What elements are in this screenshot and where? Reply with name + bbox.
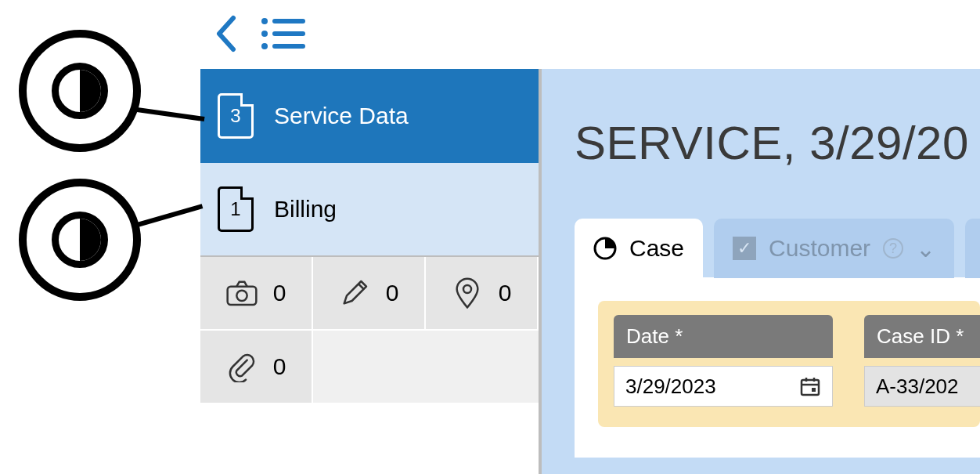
main-content: SERVICE, 3/29/20 Case ✓ Customer ? ⌄ Dat… [540,69,980,474]
pie-icon [593,237,617,260]
pencil-icon [339,277,370,309]
svg-rect-3 [272,31,305,36]
field-date: Date * 3/29/2023 [614,315,833,407]
date-input[interactable]: 3/29/2023 [614,366,833,407]
counter-location[interactable]: 0 [426,257,539,331]
paperclip-icon [226,351,258,382]
tab-case[interactable]: Case [575,219,703,278]
tab-label: Customer [769,235,870,262]
sidebar: 3 Service Data 1 Billing 0 0 0 0 [200,69,540,474]
title-prefix: SERVICE, [575,117,809,169]
page-title: SERVICE, 3/29/20 [575,116,980,170]
date-value: 3/29/2023 [625,374,716,399]
chevron-down-icon: ⌄ [916,235,935,262]
help-icon: ? [883,238,903,259]
counter-grid: 0 0 0 0 [200,257,539,404]
case-id-value: A-33/202 [876,374,959,399]
sidebar-item-label: Billing [274,196,337,223]
field-label: Case ID * [864,315,980,358]
counter-attachment[interactable]: 0 [200,331,313,404]
annotation-contrast-2 [19,179,141,301]
counter-blank [313,331,539,404]
sidebar-item-label: Service Data [274,103,409,129]
annotation-line-1 [132,107,205,121]
chevron-left-icon [214,15,238,52]
field-case-id: Case ID * A-33/202 [864,315,980,407]
checkbox-icon: ✓ [733,237,756,260]
list-icon [260,16,305,51]
doc-count: 3 [230,105,240,127]
svg-point-7 [236,291,247,301]
svg-rect-11 [802,380,819,395]
sidebar-item-billing[interactable]: 1 Billing [200,163,539,257]
top-toolbar [200,2,980,69]
counter-photo[interactable]: 0 [200,257,313,331]
form-panel: Date * 3/29/2023 Case ID * A-33/202 [575,277,980,458]
tabs: Case ✓ Customer ? ⌄ [575,219,980,278]
contrast-icon [52,212,108,268]
svg-point-9 [463,285,471,293]
form-strip: Date * 3/29/2023 Case ID * A-33/202 [598,301,980,427]
counter-value: 0 [273,280,286,306]
svg-point-2 [261,31,268,37]
field-label: Date * [614,315,833,358]
document-icon: 1 [218,186,254,232]
counter-value: 0 [499,280,512,306]
svg-point-0 [261,18,268,24]
tab-label: Case [629,235,684,262]
annotation-contrast-1 [19,30,141,152]
svg-line-8 [358,284,364,289]
list-button[interactable] [260,16,305,54]
annotation-line-2 [134,204,203,228]
doc-count: 1 [230,198,240,220]
map-pin-icon [452,277,483,309]
tab-customer[interactable]: ✓ Customer ? ⌄ [714,219,954,278]
svg-rect-1 [272,19,305,24]
sidebar-item-service-data[interactable]: 3 Service Data [200,69,539,163]
counter-edit[interactable]: 0 [313,257,426,331]
case-id-input[interactable]: A-33/202 [864,366,980,407]
svg-rect-5 [272,44,305,49]
svg-point-4 [261,43,268,49]
camera-icon [226,277,258,309]
back-button[interactable] [214,15,238,56]
counter-value: 0 [273,353,286,380]
document-icon: 3 [218,93,254,139]
calendar-icon [799,375,821,397]
title-date: 3/29/20 [809,117,969,169]
svg-rect-6 [227,287,256,305]
counter-value: 0 [386,280,399,306]
svg-rect-15 [812,388,816,392]
tab-more[interactable] [965,219,980,278]
contrast-icon [52,63,108,119]
